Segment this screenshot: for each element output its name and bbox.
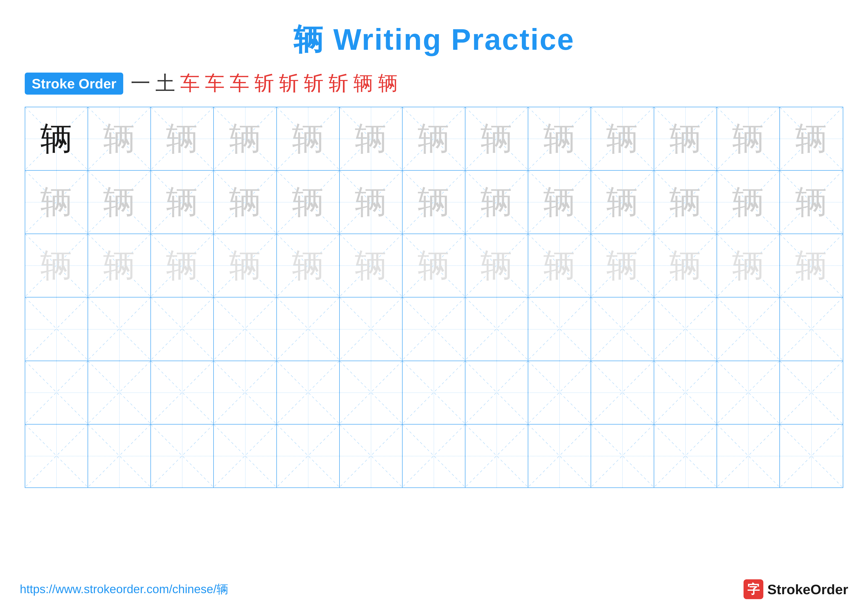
grid-cell[interactable] <box>528 361 591 424</box>
grid-cell[interactable] <box>654 297 717 361</box>
grid-cell[interactable] <box>88 424 151 487</box>
grid-cell[interactable] <box>25 297 88 361</box>
stroke-5: 车 <box>229 70 250 97</box>
svg-line-140 <box>340 424 402 487</box>
practice-char: 辆 <box>418 186 450 218</box>
svg-line-89 <box>340 297 402 360</box>
practice-char: 辆 <box>103 249 135 281</box>
svg-line-134 <box>151 424 213 487</box>
grid-cell[interactable] <box>340 361 403 424</box>
grid-cell[interactable] <box>214 424 277 487</box>
grid-cell: 辆 <box>717 171 780 233</box>
grid-cell: 辆 <box>528 171 591 233</box>
grid-cell: 辆 <box>340 171 403 233</box>
grid-cell: 辆 <box>654 107 717 170</box>
grid-cell[interactable] <box>465 361 528 424</box>
grid-cell[interactable] <box>780 297 843 361</box>
svg-line-151 <box>654 424 716 487</box>
grid-cell[interactable] <box>214 361 277 424</box>
svg-line-115 <box>340 361 402 424</box>
grid-cell[interactable] <box>591 361 654 424</box>
grid-cell[interactable] <box>591 424 654 487</box>
grid-cell[interactable] <box>151 424 214 487</box>
grid-cell[interactable] <box>591 297 654 361</box>
grid-cell[interactable] <box>277 297 340 361</box>
grid-cell[interactable] <box>403 424 465 487</box>
grid-cell[interactable] <box>528 297 591 361</box>
stroke-11: 辆 <box>378 70 398 97</box>
grid-cell[interactable] <box>717 424 780 487</box>
grid-cell[interactable] <box>403 361 465 424</box>
grid-cell[interactable] <box>25 361 88 424</box>
practice-char: 辆 <box>355 186 387 218</box>
grid-cell: 辆 <box>25 171 88 233</box>
practice-char: 辆 <box>669 123 702 155</box>
grid-cell[interactable] <box>780 361 843 424</box>
grid-cell[interactable] <box>465 424 528 487</box>
svg-line-91 <box>403 297 465 360</box>
grid-cell[interactable] <box>277 424 340 487</box>
grid-cell[interactable] <box>780 424 843 487</box>
svg-line-133 <box>88 424 150 487</box>
grid-cell: 辆 <box>591 234 654 297</box>
svg-line-80 <box>88 297 150 360</box>
practice-char: 辆 <box>543 249 575 281</box>
grid-cell[interactable] <box>403 297 465 361</box>
svg-line-131 <box>25 424 88 487</box>
practice-char: 辆 <box>292 249 324 281</box>
svg-line-154 <box>780 424 843 487</box>
stroke-10: 辆 <box>353 70 373 97</box>
svg-line-116 <box>403 361 465 424</box>
svg-line-102 <box>780 297 843 361</box>
stroke-7: 斩 <box>279 70 299 97</box>
grid-cell[interactable] <box>214 297 277 361</box>
practice-char: 辆 <box>795 123 828 155</box>
grid-cell[interactable] <box>151 297 214 361</box>
practice-char: 辆 <box>166 186 198 218</box>
practice-char: 辆 <box>292 186 324 218</box>
svg-line-128 <box>780 361 843 424</box>
practice-char: 辆 <box>606 249 639 281</box>
stroke-3: 车 <box>180 70 200 97</box>
svg-line-122 <box>591 361 654 424</box>
svg-line-121 <box>528 361 591 424</box>
grid-cell[interactable] <box>717 361 780 424</box>
stroke-9: 斩 <box>329 70 349 97</box>
grid-cell[interactable] <box>340 424 403 487</box>
grid-cell[interactable] <box>88 297 151 361</box>
grid-cell[interactable] <box>25 424 88 487</box>
grid-cell: 辆 <box>717 107 780 170</box>
svg-line-150 <box>654 424 716 487</box>
practice-char: 辆 <box>606 186 639 218</box>
svg-line-103 <box>780 297 843 361</box>
grid-cell[interactable] <box>277 361 340 424</box>
svg-line-117 <box>403 361 465 424</box>
svg-line-110 <box>214 361 276 424</box>
practice-char: 辆 <box>543 123 575 155</box>
grid-cell[interactable] <box>528 424 591 487</box>
stroke-4: 车 <box>205 70 225 97</box>
grid-cell[interactable] <box>340 297 403 361</box>
logo-icon: 字 <box>744 579 763 599</box>
svg-line-120 <box>528 361 591 424</box>
practice-char: 辆 <box>166 249 198 281</box>
grid-cell[interactable] <box>717 297 780 361</box>
grid-cell[interactable] <box>151 361 214 424</box>
svg-line-114 <box>340 361 402 424</box>
grid-cell[interactable] <box>465 297 528 361</box>
practice-char: 辆 <box>292 123 324 155</box>
footer-url[interactable]: https://www.strokeorder.com/chinese/辆 <box>20 581 228 597</box>
page: 辆 Writing Practice Stroke Order 一 土 车 车 … <box>0 0 868 614</box>
svg-line-97 <box>591 297 654 360</box>
svg-line-113 <box>277 361 339 424</box>
svg-line-82 <box>151 297 213 360</box>
svg-line-99 <box>654 297 716 360</box>
footer: https://www.strokeorder.com/chinese/辆 字 … <box>20 579 848 599</box>
practice-char: 辆 <box>732 249 764 281</box>
practice-char: 辆 <box>795 186 828 218</box>
grid-cell[interactable] <box>654 361 717 424</box>
grid-cell[interactable] <box>654 424 717 487</box>
svg-line-144 <box>465 424 528 487</box>
grid-cell: 辆 <box>403 171 465 233</box>
grid-cell[interactable] <box>88 361 151 424</box>
